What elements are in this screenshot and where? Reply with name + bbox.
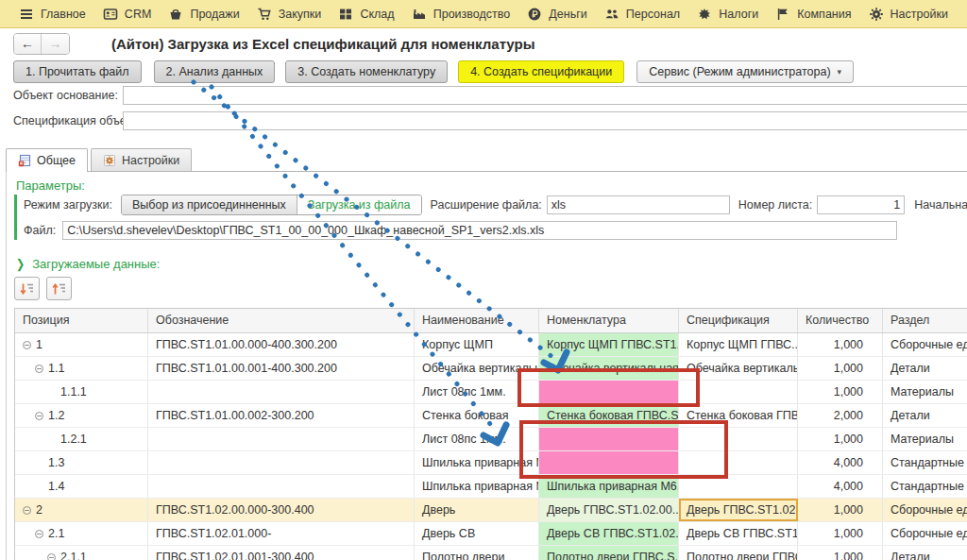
menu-item-4[interactable]: Склад: [338, 0, 394, 28]
nomenclature-cell: Дверь СВ ГПВС.ST1.02....: [539, 522, 679, 545]
extension-field[interactable]: [547, 195, 730, 214]
create-nomenclature-button[interactable]: 3. Создать номенклатуру: [285, 60, 448, 83]
name-cell: Дверь: [415, 499, 539, 521]
base-object-field[interactable]: [123, 86, 967, 105]
table-row[interactable]: 2.1.1ГПВС.ST1.02.01.001-300.400Полотно д…: [15, 546, 967, 560]
file-path-field[interactable]: [62, 221, 897, 240]
table-row[interactable]: 1.2ГПВС.ST1.01.00.002-300.200Стенка боко…: [15, 404, 967, 428]
menu-item-7[interactable]: Персонал: [604, 0, 680, 28]
position-value: 2.1: [48, 522, 64, 545]
create-specs-button[interactable]: 4. Создать спецификации: [458, 60, 624, 83]
tab-general[interactable]: Общее: [6, 148, 88, 172]
tree-collapse-icon[interactable]: [35, 412, 43, 420]
expand-all-button[interactable]: [14, 277, 40, 300]
extension-label: Расширение файла:: [431, 198, 542, 212]
table-row[interactable]: 1.1.1Лист 08пс 1мм.1,000Материалы: [15, 381, 967, 404]
mode-attached-button[interactable]: Выбор из присоединненных: [122, 195, 297, 214]
menu-item-label: Налоги: [719, 8, 758, 21]
tree-collapse-icon[interactable]: [23, 506, 31, 515]
column-header-4[interactable]: Спецификация: [679, 309, 798, 332]
menu-item-label: Продажи: [190, 8, 239, 21]
position-value: 1.3: [48, 451, 64, 474]
menu-item-label: Главное: [41, 8, 86, 21]
data-table: ПозицияОбозначениеНаименованиеНоменклату…: [14, 308, 967, 560]
designation-cell: ГПВС.ST1.01.00.000-400.300.200: [148, 333, 415, 356]
column-header-3[interactable]: Номенклатура: [539, 309, 679, 332]
menu-item-label: Склад: [360, 8, 394, 21]
back-arrow-icon: ←: [21, 36, 34, 51]
table-header-row: ПозицияОбозначениеНаименованиеНоменклату…: [15, 309, 967, 333]
menu-item-1[interactable]: CRM: [103, 0, 151, 28]
analyze-data-button[interactable]: 2. Анализ данных: [154, 60, 276, 83]
name-cell: Дверь СВ: [415, 522, 539, 545]
menu-item-2[interactable]: Продажи: [168, 0, 239, 28]
column-header-2[interactable]: Наименование: [415, 309, 539, 332]
loaded-data-heading[interactable]: ❯ Загружаемые данные:: [16, 257, 160, 271]
table-row[interactable]: 1.3Шпилька приварная М8х30 ГОСТ Р 557...…: [15, 451, 967, 475]
gear-icon: [103, 154, 116, 167]
position-cell: 1.1.1: [15, 381, 148, 403]
specification-cell: Обечайка вертикаль...: [679, 357, 798, 380]
tree-collapse-icon[interactable]: [35, 365, 43, 373]
section-cell: Детали: [883, 546, 967, 560]
table-row[interactable]: 2ГПВС.ST1.02.00.000-300.400ДверьДверь ГП…: [15, 499, 967, 522]
nomenclature-cell: Дверь ГПВС.ST1.02.00....: [539, 499, 679, 521]
table-body: 1ГПВС.ST1.01.00.000-400.300.200Корпус ЩМ…: [15, 333, 967, 560]
menu-item-9[interactable]: Компания: [775, 0, 851, 28]
specification-cell: Дверь ГПВС.ST1.02....: [679, 499, 798, 521]
base-object-row: Объект основание:: [13, 89, 118, 102]
name-cell: Лист 08пс 1мм.: [415, 381, 539, 403]
nomenclature-cell: [539, 428, 679, 450]
parameters-heading: Параметры:: [16, 178, 85, 193]
quantity-cell: 4,000: [798, 451, 883, 474]
sales-icon: [168, 7, 183, 22]
tree-collapse-icon[interactable]: [47, 553, 56, 560]
read-file-button[interactable]: 1. Прочитать файл: [13, 60, 142, 83]
position-value: 1.2: [48, 404, 64, 427]
spec-object-field[interactable]: [123, 111, 967, 130]
sheet-number-field[interactable]: [817, 195, 905, 214]
collapse-all-button[interactable]: [46, 277, 72, 300]
mode-from-file-button[interactable]: Загрузка из файла: [297, 195, 421, 214]
table-row[interactable]: 1.1ГПВС.ST1.01.00.001-400.300.200Обечайк…: [15, 357, 967, 381]
menu-item-label: Закупки: [279, 8, 322, 21]
menu-item-3[interactable]: Закупки: [257, 0, 322, 28]
section-cell: Детали: [883, 357, 967, 380]
tab-settings[interactable]: Настройки: [91, 148, 192, 171]
menu-item-label: Настройки: [891, 8, 948, 21]
tree-collapse-icon[interactable]: [35, 530, 43, 538]
column-header-1[interactable]: Обозначение: [148, 309, 415, 332]
back-button[interactable]: ←: [14, 34, 42, 54]
base-object-label: Объект основание:: [13, 89, 118, 102]
table-row[interactable]: 1.4Шпилька приварная М6х16 омедненна...Ш…: [15, 475, 967, 499]
staff-icon: [604, 7, 619, 22]
column-header-6[interactable]: Раздел: [883, 309, 967, 332]
money-icon: [527, 7, 542, 22]
action-toolbar: 1. Прочитать файл 2. Анализ данных 3. Со…: [13, 60, 854, 83]
loaded-data-label: Загружаемые данные:: [32, 257, 160, 271]
quantity-cell: 1,000: [798, 333, 883, 356]
name-cell: Корпус ЩМП: [415, 333, 539, 356]
column-header-5[interactable]: Количество: [798, 309, 883, 332]
table-row[interactable]: 1.2.1Лист 08пс 1мм.1,000Материалы: [15, 428, 967, 451]
position-cell: 2.1: [15, 522, 148, 545]
menu-item-5[interactable]: Производство: [412, 0, 511, 28]
menu-item-10[interactable]: Настройки: [869, 0, 948, 28]
column-header-0[interactable]: Позиция: [15, 309, 148, 332]
tab-strip: Общее Настройки: [6, 149, 967, 172]
start-row-label: Начальная строка:: [914, 198, 967, 212]
service-menu-label: Сервис (Режим администратора): [649, 65, 830, 78]
table-row[interactable]: 1ГПВС.ST1.01.00.000-400.300.200Корпус ЩМ…: [15, 333, 967, 357]
tree-collapse-icon[interactable]: [23, 341, 31, 349]
service-menu-button[interactable]: Сервис (Режим администратора) ▾: [636, 60, 854, 83]
designation-cell: [148, 428, 415, 450]
page-title: (Айтон) Загрузка из Excel спецификаций д…: [111, 36, 534, 52]
specification-cell: Полотно двери ГПВС...: [679, 546, 798, 560]
forward-button[interactable]: →: [42, 34, 69, 54]
table-row[interactable]: 2.1ГПВС.ST1.02.01.000-Дверь СВДверь СВ Г…: [15, 522, 967, 546]
menu-item-0[interactable]: Главное: [19, 0, 86, 28]
section-cell: Материалы: [883, 381, 967, 403]
menu-item-label: Персонал: [626, 8, 680, 21]
menu-item-6[interactable]: Деньги: [527, 0, 586, 28]
menu-item-8[interactable]: Налоги: [697, 0, 758, 28]
